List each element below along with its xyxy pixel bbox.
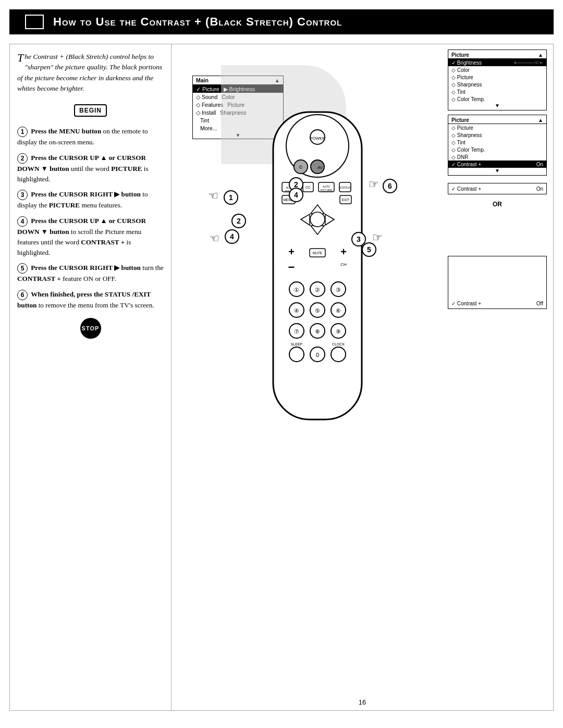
page-header: How to Use the Contrast + (Black Stretch…: [9, 9, 554, 34]
hand-left-1: ☞: [208, 189, 218, 203]
picture-menu-panel-1: Picture ▲ ✓ Brightness ◄══════ 50 ► ◇ Co…: [448, 50, 547, 110]
stop-badge-wrap: STOP: [17, 318, 164, 339]
right-panels: Picture ▲ ✓ Brightness ◄══════ 50 ► ◇ Co…: [448, 50, 547, 309]
svg-text:©: ©: [299, 165, 303, 170]
step-1-circle: 1: [17, 127, 28, 137]
step-4: 4 Press the CURSOR UP ▲ or CURSOR DOWN ▼…: [17, 216, 164, 257]
p2-tint: ◇ Tint: [448, 139, 546, 146]
svg-point-27: [310, 212, 325, 227]
hand-right-3: ☞: [372, 231, 383, 244]
svg-text:0: 0: [316, 352, 319, 358]
callout-5-bottom: 5: [362, 242, 376, 257]
step-5-circle: 5: [17, 263, 28, 274]
callout-4-top: 4: [289, 188, 303, 202]
svg-text:①: ①: [294, 287, 299, 293]
p1-picture: ◇ Picture: [448, 73, 546, 81]
callout-2-left: 2: [231, 214, 246, 228]
step-2-circle: 2: [17, 153, 28, 164]
svg-text:CC: CC: [305, 186, 311, 189]
contrast-on-panel: ✓ Contrast + On: [448, 183, 547, 194]
step-4-circle: 4: [17, 216, 28, 227]
remote-image: POWER © AV AUTO SOUND CC AUTO: [244, 107, 390, 432]
p1-tint: ◇ Tint: [448, 88, 546, 95]
svg-text:+: +: [340, 246, 347, 257]
intro-paragraph: The Contrast + (Black Stretch) control h…: [17, 52, 164, 94]
svg-text:EXIT: EXIT: [342, 198, 349, 202]
contrast-off-panel: ✓ Contrast + Off: [448, 256, 547, 309]
p2-sharpness: ◇ Sharpness: [448, 131, 546, 139]
svg-text:AUTO: AUTO: [323, 185, 330, 188]
header-tv-icon: [25, 15, 44, 29]
svg-text:⑥: ⑥: [336, 307, 341, 314]
contrast-on-item: ✓ Contrast + On: [448, 185, 546, 192]
hand-right-6: ☞: [369, 178, 379, 191]
callout-4-left: 4: [225, 229, 239, 244]
main-content: The Contrast + (Black Stretch) control h…: [9, 44, 554, 711]
step-2: 2 Press the CURSOR UP ▲ or CURSOR DOWN ▼…: [17, 153, 164, 184]
svg-text:⑤: ⑤: [315, 307, 320, 314]
svg-point-54: [289, 347, 304, 362]
right-col: Main ▲ ✓ Picture ▶ Brightness ◇ Sound Co…: [172, 44, 553, 710]
p2-picture: ◇ Picture: [448, 124, 546, 131]
p2-dnr: ◇ DNR: [448, 153, 546, 161]
svg-text:⑧: ⑧: [315, 328, 320, 335]
svg-text:SLEEP: SLEEP: [291, 342, 303, 346]
svg-text:AV: AV: [317, 165, 323, 170]
p1-color: ◇ Color: [448, 66, 546, 73]
or-label: OR: [448, 201, 547, 208]
svg-text:⑦: ⑦: [294, 328, 299, 335]
callout-6-right: 6: [383, 179, 397, 193]
step-6-circle: 6: [17, 290, 28, 300]
svg-text:③: ③: [336, 287, 341, 293]
contrast-off-item: ✓ Contrast + Off: [448, 300, 546, 307]
p2-colortemp: ◇ Color Temp.: [448, 146, 546, 153]
svg-text:④: ④: [294, 307, 299, 314]
step-3-circle: 3: [17, 190, 28, 200]
step-6: 6 When finished, press the STATUS /EXIT …: [17, 289, 164, 311]
svg-point-57: [331, 347, 346, 362]
p2-contrast-plus: ✓ Contrast + On: [448, 161, 546, 168]
left-column: The Contrast + (Black Stretch) control h…: [10, 44, 172, 710]
svg-text:PICTURE: PICTURE: [321, 189, 333, 192]
svg-text:⑨: ⑨: [336, 328, 341, 335]
stop-badge: STOP: [80, 318, 101, 339]
page-title: How to Use the Contrast + (Black Stretch…: [53, 15, 342, 29]
svg-text:−: −: [288, 261, 295, 274]
main-menu-title: Main: [196, 77, 209, 83]
svg-text:STATUS: STATUS: [339, 186, 351, 189]
p1-sharpness: ◇ Sharpness: [448, 81, 546, 88]
step-1: 1 Press the MENU button on the remote to…: [17, 126, 164, 147]
svg-text:CLOCK: CLOCK: [332, 342, 345, 346]
svg-text:②: ②: [315, 287, 320, 293]
page-number: 16: [359, 693, 366, 710]
p1-colortemp: ◇ Color Temp.: [448, 95, 546, 103]
step-3: 3 Press the CURSOR RIGHT ▶ button to dis…: [17, 189, 164, 211]
svg-text:MUTE: MUTE: [313, 251, 323, 255]
begin-badge-wrap: BEGIN: [17, 100, 164, 122]
svg-text:POWER: POWER: [310, 136, 325, 141]
svg-text:+: +: [288, 246, 295, 257]
callout-1-left: 1: [224, 190, 238, 205]
picture-menu-panel-2: Picture ▲ ◇ Picture ◇ Sharpness ◇ Tint ◇…: [448, 115, 547, 176]
hand-left-2: ☞: [209, 232, 219, 245]
p1-brightness: ✓ Brightness ◄══════ 50 ►: [448, 59, 546, 66]
step-5: 5 Press the CURSOR RIGHT ▶ button turn t…: [17, 263, 164, 284]
svg-text:CH: CH: [340, 262, 347, 267]
begin-badge: BEGIN: [74, 104, 107, 117]
